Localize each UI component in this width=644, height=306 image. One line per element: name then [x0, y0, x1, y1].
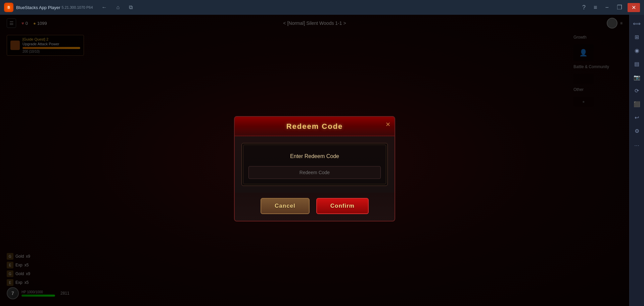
sidebar-icon-1[interactable]: ⊞: [631, 31, 643, 43]
sidebar-icon-rotate[interactable]: ⟳: [631, 85, 643, 97]
app-logo: B: [4, 3, 13, 12]
app-version: 5.21.300.1070 P64: [62, 5, 93, 9]
game-background: ☰ ♥ 0 ● 1099 < [Normal] Silent Woods 1-1…: [0, 15, 629, 306]
redeem-title: Redeem Code: [286, 122, 343, 131]
confirm-button[interactable]: Confirm: [316, 198, 369, 214]
redeem-buttons: Cancel Confirm: [235, 193, 395, 221]
sidebar-icon-back[interactable]: ↩: [631, 111, 643, 123]
redeem-close-button[interactable]: ✕: [385, 121, 390, 128]
help-button[interactable]: ?: [580, 3, 588, 12]
redeem-code-input[interactable]: [248, 166, 381, 179]
menu-button[interactable]: ≡: [591, 3, 600, 12]
home-button[interactable]: ⌂: [114, 4, 122, 11]
sidebar-icon-3[interactable]: ▤: [631, 58, 643, 70]
redeem-modal: Redeem Code ✕ Enter Redeem Code Cancel C…: [234, 116, 395, 221]
nav-controls: ← ⌂ ⧉: [100, 4, 135, 11]
sidebar-icon-settings[interactable]: ⚙: [631, 125, 643, 137]
redeem-body: Enter Redeem Code: [235, 136, 395, 193]
restore-button[interactable]: ❐: [614, 3, 625, 12]
minimize-button[interactable]: −: [602, 3, 611, 12]
cancel-button[interactable]: Cancel: [261, 198, 310, 214]
sidebar-icon-expand[interactable]: ⟺: [631, 17, 643, 30]
redeem-label: Enter Redeem Code: [248, 153, 381, 159]
multi-window-button[interactable]: ⧉: [127, 4, 135, 11]
title-bar: B BlueStacks App Player 5.21.300.1070 P6…: [0, 0, 644, 15]
app-name: BlueStacks App Player: [16, 5, 60, 10]
sidebar-icon-2[interactable]: ◉: [631, 44, 643, 56]
sidebar-icon-camera[interactable]: 📷: [631, 71, 643, 83]
back-button[interactable]: ←: [100, 4, 109, 11]
right-sidebar: ⟺ ⊞ ◉ ▤ 📷 ⟳ ⬛ ↩ ⚙ …: [629, 15, 644, 306]
sidebar-icon-more[interactable]: …: [631, 138, 643, 150]
redeem-input-area: Enter Redeem Code: [241, 143, 388, 186]
redeem-header: Redeem Code ✕: [235, 117, 395, 136]
close-button[interactable]: ✕: [628, 3, 640, 12]
window-controls: ? ≡ − ❐ ✕: [580, 3, 640, 12]
sidebar-icon-snapshot[interactable]: ⬛: [631, 98, 643, 110]
